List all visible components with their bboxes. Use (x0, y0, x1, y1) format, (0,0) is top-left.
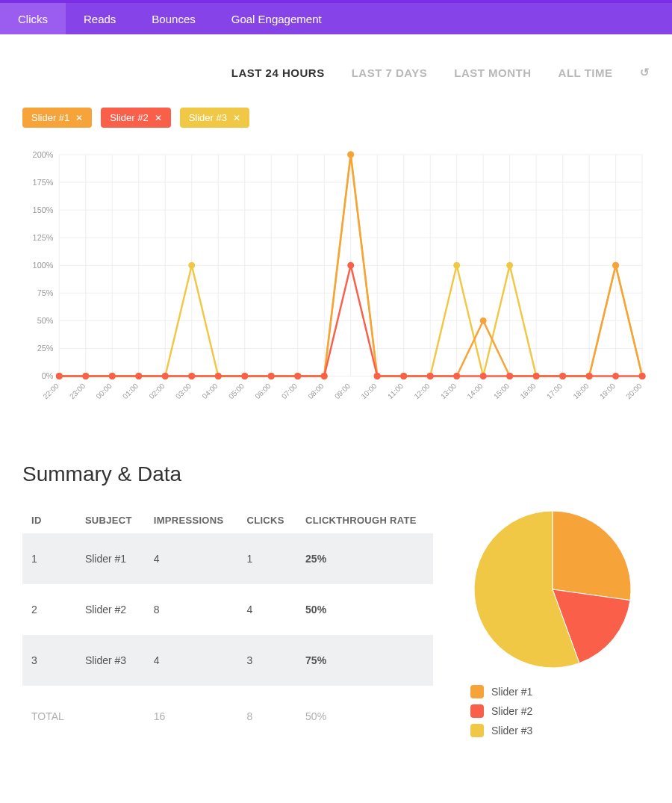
svg-text:16:00: 16:00 (518, 382, 538, 401)
range-last-24-hours[interactable]: LAST 24 HOURS (231, 66, 325, 79)
svg-text:18:00: 18:00 (571, 382, 591, 401)
svg-text:11:00: 11:00 (386, 382, 405, 401)
table-row: 1Slider #14125% (22, 533, 433, 584)
chip-slider-1[interactable]: Slider #1✕ (22, 108, 92, 128)
svg-point-130 (586, 373, 593, 379)
svg-point-118 (268, 373, 275, 379)
svg-point-116 (215, 373, 222, 379)
svg-text:05:00: 05:00 (227, 382, 246, 401)
svg-point-121 (347, 262, 354, 269)
svg-text:19:00: 19:00 (598, 382, 617, 401)
cell-impressions: 8 (145, 584, 238, 635)
svg-point-123 (400, 373, 407, 379)
svg-text:20:00: 20:00 (624, 382, 644, 401)
close-icon[interactable]: ✕ (233, 113, 240, 123)
filter-chips: Slider #1✕Slider #2✕Slider #3✕ (0, 93, 672, 146)
col-clicks: CLICKS (237, 507, 296, 533)
legend-item: Slider #2 (470, 704, 532, 718)
cell-clicks: 4 (237, 584, 296, 635)
svg-text:01:00: 01:00 (121, 382, 140, 401)
line-chart: 0%25%50%75%100%125%150%175%200%22:0023:0… (0, 146, 672, 432)
svg-text:50%: 50% (37, 316, 54, 325)
svg-point-112 (109, 373, 116, 379)
legend-label: Slider #2 (491, 705, 532, 717)
close-icon[interactable]: ✕ (155, 113, 162, 123)
svg-point-127 (506, 373, 513, 379)
svg-text:150%: 150% (33, 205, 54, 214)
total-cell: 8 (237, 686, 296, 743)
svg-text:100%: 100% (33, 261, 54, 270)
cell-subject: Slider #1 (76, 533, 145, 584)
svg-text:75%: 75% (37, 288, 54, 297)
range-all-time[interactable]: ALL TIME (559, 66, 613, 79)
svg-point-98 (347, 152, 354, 158)
tab-bounces[interactable]: Bounces (134, 3, 213, 34)
svg-text:125%: 125% (33, 233, 54, 242)
legend-swatch (470, 724, 484, 737)
svg-point-120 (321, 373, 328, 379)
svg-point-126 (480, 373, 487, 379)
total-cell: 50% (296, 686, 433, 743)
chip-slider-3[interactable]: Slider #3✕ (180, 108, 249, 128)
range-last-7-days[interactable]: LAST 7 DAYS (352, 66, 428, 79)
col-subject: SUBJECT (76, 507, 145, 533)
col-id: ID (22, 507, 76, 533)
summary-table: IDSUBJECTIMPRESSIONSCLICKSCLICKTHROUGH R… (22, 507, 433, 743)
svg-point-108 (612, 262, 619, 269)
table-total-row: TOTAL16850% (22, 686, 433, 743)
svg-text:23:00: 23:00 (68, 382, 87, 401)
cell-rate: 50% (296, 584, 433, 635)
svg-point-119 (294, 373, 301, 379)
tab-clicks[interactable]: Clicks (0, 3, 66, 34)
svg-point-111 (82, 373, 89, 379)
chip-label: Slider #2 (110, 112, 148, 123)
tab-goal-engagement[interactable]: Goal Engagement (214, 3, 340, 34)
svg-point-81 (506, 262, 513, 269)
reset-icon[interactable]: ↺ (640, 66, 650, 79)
svg-text:03:00: 03:00 (174, 382, 193, 401)
summary-heading: Summary & Data (22, 462, 650, 486)
time-range-selector: LAST 24 HOURSLAST 7 DAYSLAST MONTHALL TI… (0, 34, 672, 93)
close-icon[interactable]: ✕ (75, 113, 83, 123)
svg-point-103 (480, 317, 487, 324)
table-row: 3Slider #34375% (22, 635, 433, 686)
svg-point-125 (453, 373, 460, 379)
svg-text:13:00: 13:00 (439, 382, 458, 401)
cell-clicks: 1 (237, 533, 296, 584)
table-row: 2Slider #28450% (22, 584, 433, 635)
svg-text:02:00: 02:00 (147, 382, 167, 401)
cell-impressions: 4 (145, 635, 238, 686)
legend-item: Slider #1 (470, 685, 532, 698)
svg-point-128 (533, 373, 540, 379)
svg-point-124 (427, 373, 434, 379)
svg-text:15:00: 15:00 (492, 382, 511, 401)
pie-chart-wrap: Slider #1Slider #2Slider #3 (455, 507, 650, 743)
svg-text:12:00: 12:00 (412, 382, 432, 401)
svg-point-122 (374, 373, 381, 379)
svg-text:10:00: 10:00 (359, 382, 379, 401)
svg-point-132 (639, 373, 646, 379)
svg-text:07:00: 07:00 (280, 382, 299, 401)
range-last-month[interactable]: LAST MONTH (454, 66, 531, 79)
svg-point-129 (559, 373, 566, 379)
svg-text:17:00: 17:00 (545, 382, 564, 401)
svg-point-114 (162, 373, 169, 379)
cell-rate: 75% (296, 635, 433, 686)
cell-subject: Slider #3 (76, 635, 145, 686)
chip-label: Slider #3 (189, 112, 227, 123)
legend-label: Slider #1 (491, 686, 532, 698)
legend-item: Slider #3 (470, 724, 532, 737)
chip-slider-2[interactable]: Slider #2✕ (101, 108, 170, 128)
cell-id: 3 (22, 635, 76, 686)
tab-reads[interactable]: Reads (66, 3, 134, 34)
svg-point-69 (188, 262, 195, 269)
total-cell: 16 (145, 686, 238, 743)
svg-text:0%: 0% (42, 371, 54, 380)
svg-text:200%: 200% (33, 150, 54, 159)
legend-swatch (470, 685, 484, 698)
cell-rate: 25% (296, 533, 433, 584)
legend-swatch (470, 704, 484, 718)
cell-clicks: 3 (237, 635, 296, 686)
pie-legend: Slider #1Slider #2Slider #3 (455, 685, 532, 743)
cell-impressions: 4 (145, 533, 238, 584)
